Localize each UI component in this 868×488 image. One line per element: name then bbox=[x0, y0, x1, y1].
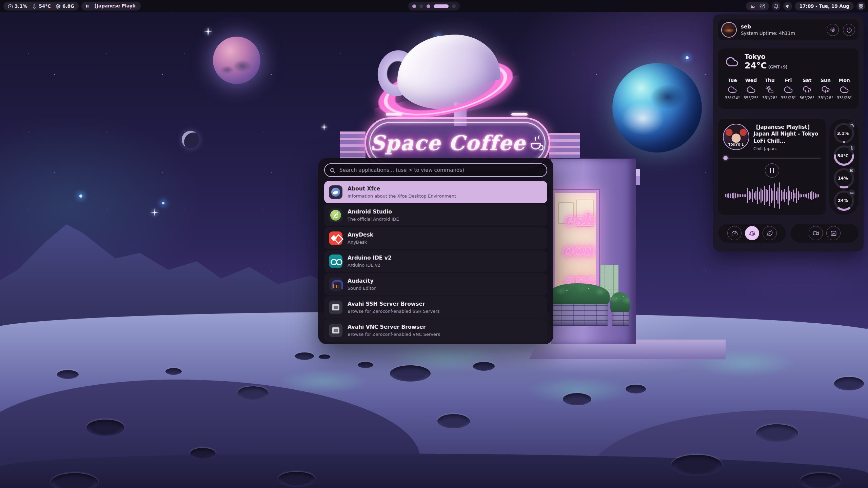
disk-drive-icon bbox=[848, 189, 855, 197]
crater bbox=[756, 424, 798, 442]
app-row-audacity[interactable]: Audacity Sound Editor bbox=[324, 273, 547, 296]
top-bar: 3.1% 54°C 6.8G 【Japanese Playlist】 J... bbox=[0, 0, 868, 12]
app-row-arduino-ide[interactable]: Arduino IDE v2 Arduino IDE v2 bbox=[324, 250, 547, 272]
cloud-icon bbox=[746, 85, 756, 94]
desktop: esh oon ans Space Coffee bbox=[0, 0, 868, 488]
volume-button[interactable] bbox=[783, 2, 792, 11]
cloud-icon bbox=[839, 85, 849, 94]
weather-city: Tokyo bbox=[745, 53, 788, 61]
play-pause-button[interactable] bbox=[765, 163, 779, 178]
track-artist: Chill Japan. bbox=[753, 146, 821, 151]
speaker-icon bbox=[785, 4, 790, 9]
wallpaper-image-icon[interactable] bbox=[760, 4, 765, 8]
grid-dashboard-icon bbox=[859, 4, 864, 9]
bright-star bbox=[686, 56, 689, 59]
screenshot-button[interactable] bbox=[826, 226, 841, 240]
crater bbox=[563, 393, 591, 405]
balanced-profile-button[interactable] bbox=[745, 226, 759, 240]
system-uptime: System Uptime: 4h11m bbox=[741, 30, 823, 36]
crater bbox=[437, 414, 470, 428]
window-neon-text: oon bbox=[562, 241, 594, 259]
media-pill[interactable]: 【Japanese Playlist】 J... bbox=[81, 2, 141, 11]
screen-record-button[interactable] bbox=[809, 226, 823, 240]
crater bbox=[800, 473, 841, 488]
album-caption: TOKYO L bbox=[724, 143, 749, 146]
sign-neon-dash bbox=[386, 113, 402, 116]
sign-text: Space Coffee bbox=[370, 131, 526, 155]
forecast-day: Tue 33°/24° bbox=[724, 78, 741, 100]
bright-star bbox=[79, 195, 82, 198]
system-stats-pill: 3.1% 54°C 6.8G bbox=[3, 2, 79, 11]
album-art: TOKYO L bbox=[723, 124, 749, 150]
power-profile-group bbox=[718, 224, 786, 243]
search-input[interactable] bbox=[339, 167, 542, 174]
search-icon bbox=[330, 167, 335, 173]
speedometer-icon bbox=[731, 230, 738, 237]
powersave-profile-button[interactable] bbox=[763, 226, 777, 240]
chip-icon bbox=[56, 4, 61, 9]
purple-planet bbox=[213, 37, 260, 84]
forecast-day: Fri 35°/26° bbox=[780, 78, 796, 100]
rain-cloud-icon bbox=[802, 85, 812, 94]
app-row-avahi-vnc[interactable]: Avahi VNC Server Browser Browse for Zero… bbox=[324, 319, 547, 342]
sign-neon-dash bbox=[511, 113, 528, 116]
clock-pill[interactable]: 17:09 - Tue, 19 Aug bbox=[795, 2, 854, 11]
forecast-day: Sat 36°/26° bbox=[799, 78, 815, 100]
app-row-avahi-ssh[interactable]: Avahi SSH Server Browser Browse for Zero… bbox=[324, 296, 547, 319]
window-neon-text: esh bbox=[564, 210, 594, 229]
track-progress-bar[interactable] bbox=[723, 156, 821, 160]
arduino-icon bbox=[329, 255, 342, 268]
notifications-bell-button[interactable] bbox=[772, 2, 781, 11]
cpu-usage: 3.1% bbox=[8, 3, 27, 9]
settings-button[interactable] bbox=[827, 24, 839, 36]
cloud-icon bbox=[724, 56, 740, 68]
dashboard-toggle-button[interactable] bbox=[856, 2, 865, 11]
tray-pill bbox=[746, 2, 769, 11]
brick-planter bbox=[612, 312, 629, 326]
workspace-dot-4[interactable] bbox=[434, 4, 449, 8]
power-button[interactable] bbox=[843, 24, 855, 36]
crater bbox=[626, 385, 646, 393]
star-sparkle bbox=[208, 27, 209, 36]
performance-profile-button[interactable] bbox=[727, 226, 742, 240]
leaf-icon bbox=[767, 230, 773, 237]
cloud-icon bbox=[783, 85, 793, 94]
launcher-search[interactable] bbox=[324, 163, 547, 177]
app-row-about-xfce[interactable]: About Xfce Information about the Xfce De… bbox=[324, 181, 547, 203]
video-camera-icon bbox=[813, 230, 819, 237]
gauge-temperature: 54°C bbox=[834, 145, 854, 166]
storm-cloud-icon bbox=[821, 85, 831, 94]
gauge-disk: 24% bbox=[834, 190, 854, 211]
username: seb bbox=[741, 24, 823, 30]
gear-icon bbox=[830, 27, 836, 33]
progress-knob[interactable] bbox=[724, 156, 728, 160]
awning-stripes bbox=[340, 131, 366, 160]
audacity-icon bbox=[329, 278, 342, 291]
workspace-dot-5[interactable] bbox=[452, 4, 456, 8]
workspace-dot-3[interactable] bbox=[427, 4, 430, 8]
app-row-android-studio[interactable]: Android Studio The official Android IDE bbox=[324, 204, 547, 226]
forecast-day: Mon 33°/26° bbox=[836, 78, 852, 100]
anydesk-icon bbox=[329, 231, 342, 245]
crater bbox=[278, 472, 315, 487]
cpu-temp: 54°C bbox=[32, 3, 51, 9]
workspace-dot-2[interactable] bbox=[419, 4, 423, 8]
app-row-anydesk[interactable]: AnyDesk AnyDesk bbox=[324, 227, 547, 249]
track-title: 【Japanese Playlist】 Japan All Night - To… bbox=[753, 124, 821, 144]
xfce-mouse-icon bbox=[329, 185, 342, 199]
crater bbox=[358, 362, 373, 368]
pet-cat-icon[interactable] bbox=[750, 4, 755, 9]
forecast-day: Wed 35°/25° bbox=[743, 78, 759, 100]
weather-forecast: Tue 33°/24° Wed 35°/25° Thu 33°/26° Fri bbox=[724, 78, 852, 100]
awning-stripes bbox=[549, 133, 580, 158]
brick-planter bbox=[550, 304, 608, 326]
crater bbox=[165, 368, 182, 375]
weather-temp: 24°C bbox=[745, 61, 767, 70]
crater bbox=[237, 386, 269, 400]
crater bbox=[57, 370, 79, 379]
star-sparkle bbox=[323, 124, 324, 131]
crater bbox=[295, 352, 314, 360]
workspace-dot-1[interactable] bbox=[412, 4, 416, 8]
network-port-icon bbox=[329, 301, 342, 314]
user-avatar bbox=[721, 22, 737, 38]
